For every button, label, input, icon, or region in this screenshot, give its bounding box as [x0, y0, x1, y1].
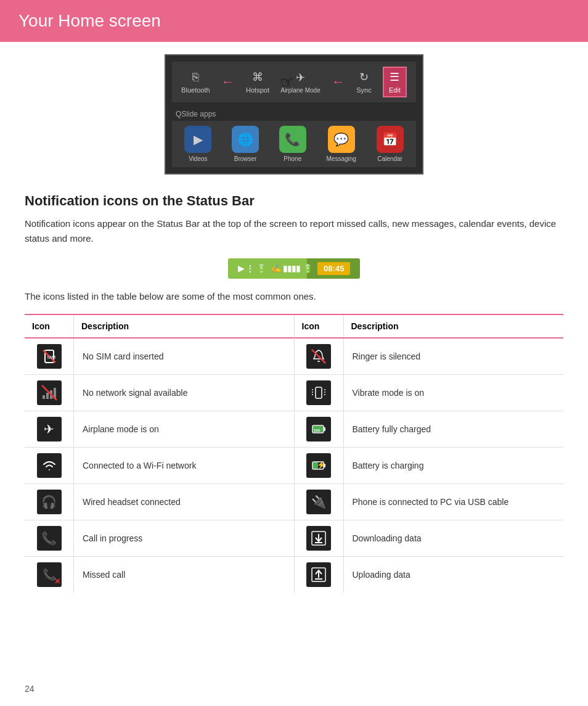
download-cell	[295, 520, 344, 556]
missed-call-icon: 📞 ✕	[37, 562, 62, 587]
battery-charging-desc: Battery is charging	[344, 453, 564, 478]
download-icon	[306, 526, 331, 551]
battery-full-cell: 100	[295, 411, 344, 447]
vibrate-cell	[295, 375, 344, 411]
battery-charging-cell: ⚡	[295, 448, 344, 483]
battery-full-svg: 100	[310, 421, 327, 438]
col-left-header-desc: Description	[74, 315, 294, 337]
table-row: Uploading data	[295, 557, 564, 593]
qs-bluetooth: ⎘ Bluetooth	[181, 71, 210, 94]
ringer-silent-desc: Ringer is silenced	[344, 344, 564, 369]
no-sim-cell: SIM	[25, 339, 74, 374]
no-network-cell	[25, 375, 74, 411]
page-title: Your Home screen	[18, 11, 570, 31]
no-sim-desc: No SIM card inserted	[74, 344, 294, 369]
qslide-label: QSlide apps	[172, 107, 416, 121]
upload-icon	[306, 562, 331, 587]
headset-cell: 🎧	[25, 484, 74, 520]
call-progress-icon: 📞	[37, 526, 62, 551]
table-row: 🔌 Phone is connected to PC via USB cable	[295, 484, 564, 520]
statusbar-time: 08:45	[317, 262, 350, 275]
usb-cell: 🔌	[295, 484, 344, 520]
headset-icon: 🎧	[37, 490, 62, 514]
wifi-icon	[37, 453, 62, 478]
call-progress-cell: 📞	[25, 520, 74, 556]
phone-app-icon: 📞	[279, 126, 306, 153]
download-svg	[310, 530, 327, 547]
qs-edit[interactable]: ☰ Edit	[383, 67, 407, 97]
statusbar-demo: ▶ ⋮ 🔋 ✍ ▮▮▮▮ 🔋 08:45	[25, 258, 563, 279]
ringer-silent-icon	[306, 344, 331, 369]
section-desc: Notification icons appear on the Status …	[25, 216, 563, 246]
table-row: 📞 Call in progress	[25, 520, 294, 557]
edit-icon: ☰	[390, 70, 399, 84]
icons-intro: The icons listed in the table below are …	[25, 291, 563, 302]
arrow-right-icon: ←	[332, 74, 345, 90]
app-messaging: 💬 Messaging	[327, 126, 356, 162]
usb-icon: 🔌	[306, 490, 331, 514]
table-col-left: Icon Description SIM No SIM card inserte…	[25, 315, 295, 593]
table-row: Downloading data	[295, 520, 564, 557]
statusbar-image: ▶ ⋮ 🔋 ✍ ▮▮▮▮ 🔋 08:45	[228, 258, 361, 279]
col-left-header: Icon Description	[25, 315, 294, 339]
wifi-desc: Connected to a Wi-Fi network	[74, 453, 294, 478]
table-row: No network signal available	[25, 375, 294, 411]
table-row: ⚡ Battery is charging	[295, 448, 564, 484]
table-row: 📞 ✕ Missed call	[25, 557, 294, 593]
page-header: Your Home screen	[0, 0, 588, 42]
qs-sync: ↻ Sync	[356, 70, 371, 94]
no-network-icon	[37, 380, 62, 405]
no-network-desc: No network signal available	[74, 380, 294, 406]
messaging-icon: 💬	[328, 126, 355, 153]
airplane-mode-icon: ✈	[296, 71, 305, 84]
ringer-silent-cell	[295, 339, 344, 374]
airplane-mode-desc: Airplane mode is on	[74, 417, 294, 442]
table-row: Ringer is silenced	[295, 339, 564, 375]
apps-row: ▶ Videos 🌐 Browser 📞 Phone 💬 Messaging 📅	[172, 121, 416, 167]
videos-icon: ▶	[184, 126, 211, 153]
page-number: 24	[25, 684, 35, 694]
table-row: SIM No SIM card inserted	[25, 339, 294, 375]
table-row: Vibrate mode is on	[295, 375, 564, 411]
table-row: 🎧 Wired headset connected	[25, 484, 294, 520]
ringer-svg	[310, 348, 327, 365]
col-right-header-icon: Icon	[295, 315, 344, 337]
section-title: Notification icons on the Status Bar	[25, 193, 563, 209]
no-network-svg	[41, 384, 58, 401]
app-calendar: 📅 Calendar	[377, 126, 404, 162]
call-progress-desc: Call in progress	[74, 526, 294, 551]
missed-call-cell: 📞 ✕	[25, 557, 74, 593]
no-sim-svg: SIM	[41, 348, 58, 365]
app-browser: 🌐 Browser	[232, 126, 259, 162]
qs-hotspot: ⌘ Hotspot	[246, 70, 269, 94]
arrow-left-icon: ←	[221, 74, 235, 90]
svg-text:⚡: ⚡	[317, 460, 326, 469]
vibrate-desc: Vibrate mode is on	[344, 380, 564, 406]
phone-screenshot: ⎘ Bluetooth ← ⌘ Hotspot ✈ Airplane Mode …	[25, 54, 563, 174]
svg-text:100: 100	[314, 429, 321, 432]
col-left-header-icon: Icon	[25, 315, 74, 337]
col-right-header-desc: Description	[344, 315, 564, 337]
sync-icon: ↻	[359, 70, 369, 84]
battery-full-desc: Battery fully charged	[344, 417, 564, 442]
table-row: 100 Battery fully charged	[295, 411, 564, 448]
table-col-right: Icon Description Ringer is silenced	[295, 315, 564, 593]
app-videos: ▶ Videos	[184, 126, 211, 162]
col-right-header: Icon Description	[295, 315, 564, 339]
airplane-mode-icon: ✈	[37, 417, 62, 441]
vibrate-svg	[310, 384, 327, 401]
svg-rect-4	[46, 393, 49, 399]
battery-charging-svg: ⚡	[310, 457, 327, 474]
svg-text:SIM: SIM	[47, 355, 56, 360]
battery-full-icon: 100	[306, 417, 331, 441]
statusbar-signal: ✍ ▮▮▮▮ 🔋	[271, 264, 312, 273]
download-desc: Downloading data	[344, 526, 564, 551]
statusbar-icons: ▶ ⋮ 🔋	[238, 264, 266, 273]
calendar-icon: 📅	[377, 126, 404, 153]
wifi-svg	[41, 457, 58, 474]
svg-rect-10	[316, 387, 322, 398]
table-row: ✈ Airplane mode is on	[25, 411, 294, 448]
icons-table: Icon Description SIM No SIM card inserte…	[25, 314, 563, 593]
missed-call-desc: Missed call	[74, 562, 294, 588]
table-row: Connected to a Wi-Fi network	[25, 448, 294, 484]
